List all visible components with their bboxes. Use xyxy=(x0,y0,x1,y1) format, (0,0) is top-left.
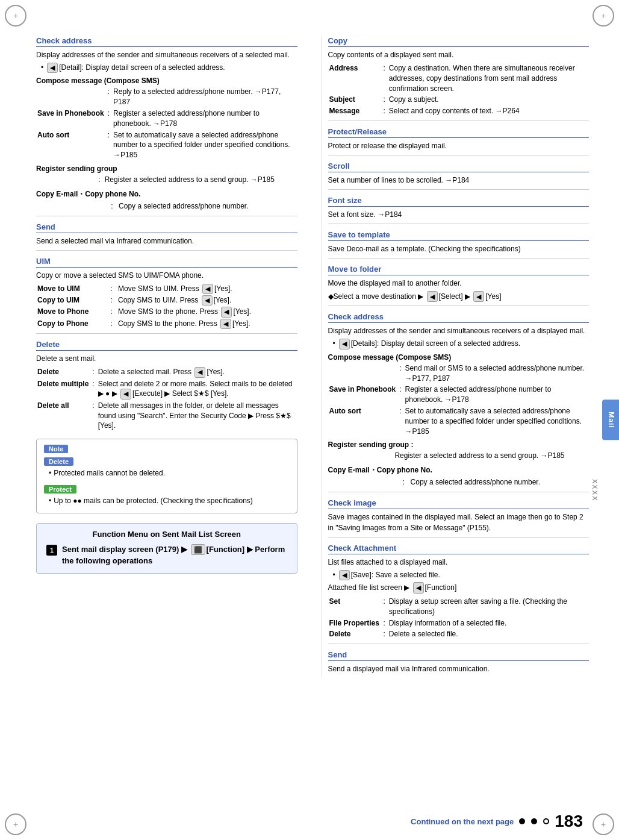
left-column: Check address Display addresses of the s… xyxy=(36,36,310,677)
table-row: Auto sort : Set to automatically save a … xyxy=(328,406,589,437)
section-body-send-left: Send a selected mail via Infrared commun… xyxy=(36,236,297,246)
table-row: Set : Display a setup screen after savin… xyxy=(328,596,589,618)
function-menu-step: 1 Sent mail display screen (P179) ▶ ⬛[Fu… xyxy=(46,544,287,567)
section-body-save-to-template: Save Deco-mail as a template. (Checking … xyxy=(328,243,589,254)
dot1 xyxy=(519,818,525,824)
value-cell: Copy a selected address/phone number. xyxy=(409,477,589,488)
section-title-copy: Copy xyxy=(328,36,589,47)
bullet-check-address-right: • ◀[Details]: Display detail screen of a… xyxy=(333,339,589,349)
subheading-compose-sms-right: Compose message (Compose SMS) xyxy=(328,353,589,362)
label-cell: Delete all xyxy=(36,400,91,431)
value-cell: Copy a subject. xyxy=(388,94,589,105)
section-check-image: Check image Save images contained in the… xyxy=(328,498,589,533)
subheading-register-left: Register sending group xyxy=(36,165,297,173)
section-body-check-address-right: Display addresses of the sender and simu… xyxy=(328,325,589,336)
table-row: Delete multiple : Select and delete 2 or… xyxy=(36,378,297,400)
dot3 xyxy=(543,818,549,824)
section-title-protect-release: Protect/Release xyxy=(328,127,589,138)
step-text: Sent mail display screen (P179) ▶ ⬛[Func… xyxy=(62,544,287,567)
section-delete-left: Delete Delete a sent mail. Delete : Dele… xyxy=(36,340,297,431)
bullet-text: ◀[Detail]: Display detail screen of a se… xyxy=(46,63,225,73)
colon-cell: : xyxy=(97,174,104,186)
function-menu-box: Function Menu on Sent Mail List Screen 1… xyxy=(36,523,297,574)
value-cell: Copy SMS to the phone. Press ◀[Yes]. xyxy=(117,318,297,330)
register-table-right: Register a selected address to a send gr… xyxy=(328,450,589,462)
table-row: : Copy a selected address/phone number. xyxy=(36,201,297,212)
value-cell: Set to automatically save a selected add… xyxy=(112,130,297,161)
section-title-save-to-template: Save to template xyxy=(328,230,589,241)
section-body-move-to-folder: Move the displayed mail to another folde… xyxy=(328,278,589,289)
bottom-bar: Continued on the next page 183 xyxy=(30,812,583,831)
colon-cell: : xyxy=(107,86,112,108)
bullet-dot: • xyxy=(333,339,335,349)
value-cell: Send mail or SMS to a selected address/p… xyxy=(404,363,589,384)
section-body-protect-release: Protect or release the displayed mail. xyxy=(328,140,589,151)
value-cell: Reply to a selected address/phone number… xyxy=(112,86,297,108)
label-cell: Copy to UIM xyxy=(36,295,110,306)
value-cell: Move SMS to UIM. Press ◀[Yes]. xyxy=(117,283,297,295)
register-table-left: : Register a selected address to a send … xyxy=(36,174,297,186)
section-body-font-size: Set a font size. →P184 xyxy=(328,209,589,220)
label-cell xyxy=(328,363,399,384)
colon-cell xyxy=(390,450,394,462)
table-row: Delete all : Delete all messages in the … xyxy=(36,400,297,431)
section-save-to-template: Save to template Save Deco-mail as a tem… xyxy=(328,230,589,254)
copy-email-table-right: : Copy a selected address/phone number. xyxy=(328,477,589,488)
table-row: Move to UIM : Move SMS to UIM. Press ◀[Y… xyxy=(36,283,297,295)
copy-table: Address : Copy a destination. When there… xyxy=(328,63,589,117)
section-body-check-address: Display addresses of the sender and simu… xyxy=(36,49,297,60)
colon-cell: : xyxy=(398,363,403,384)
section-title-scroll: Scroll xyxy=(328,161,589,172)
colon-cell: : xyxy=(382,618,388,629)
section-check-address-right: Check address Display addresses of the s… xyxy=(328,312,589,488)
table-row: Delete : Delete a selected mail. Press ◀… xyxy=(36,366,297,378)
colon-cell: : xyxy=(107,108,112,130)
protect-badge: Protect xyxy=(44,485,76,494)
colon-cell: : xyxy=(110,318,117,330)
colon-cell: : xyxy=(402,477,409,488)
bullet-text: Up to ●● mails can be protected. (Checki… xyxy=(54,496,253,506)
corner-tr xyxy=(593,5,614,27)
copy-email-table-left: : Copy a selected address/phone number. xyxy=(36,201,297,212)
colon-cell: : xyxy=(398,406,403,437)
value-cell: Select and copy contents of text. →P264 xyxy=(388,105,589,117)
bullet-dot: • xyxy=(49,468,51,478)
colon-cell: : xyxy=(110,201,117,212)
right-column: Copy Copy contents of a displayed sent m… xyxy=(322,36,589,677)
section-uim: UIM Copy or move a selected SMS to UIM/F… xyxy=(36,257,297,330)
subheading-register-right: Register sending group : xyxy=(328,440,589,449)
section-protect-release: Protect/Release Protect or release the d… xyxy=(328,127,589,151)
table-row: Register a selected address to a send gr… xyxy=(328,450,589,462)
section-body-check-image: Save images contained in the displayed m… xyxy=(328,512,589,533)
colon-cell: : xyxy=(382,105,388,117)
label-cell: File Properties xyxy=(328,618,382,629)
subheading-copy-email-right: Copy E-mail・Copy phone No. xyxy=(328,465,589,475)
table-row: Address : Copy a destination. When there… xyxy=(328,63,589,94)
colon-cell: : xyxy=(382,596,388,618)
bullet-text: ◀[Save]: Save a selected file. xyxy=(338,570,440,580)
table-row: : Copy a selected address/phone number. xyxy=(328,477,589,488)
section-body-uim: Copy or move a selected SMS to UIM/FOMA … xyxy=(36,270,297,281)
value-cell: Select and delete 2 or more mails. Selec… xyxy=(97,378,297,400)
attachment-table: Set : Display a setup screen after savin… xyxy=(328,596,589,640)
delete-badge: Delete xyxy=(44,457,73,466)
value-cell: Register a selected address/phone number… xyxy=(404,384,589,406)
label-cell: Delete multiple xyxy=(36,378,91,400)
bullet-dot: • xyxy=(49,496,51,506)
section-title-send-left: Send xyxy=(36,222,297,233)
value-cell: Delete a selected mail. Press ◀[Yes]. xyxy=(97,366,297,378)
subheading-compose-sms-left: Compose message (Compose SMS) xyxy=(36,77,297,85)
step-number: 1 xyxy=(46,545,57,556)
value-cell: Delete a selected file. xyxy=(388,628,589,640)
bullet-dot: • xyxy=(333,570,335,580)
colon-cell: : xyxy=(398,384,403,406)
colon-cell: : xyxy=(110,306,117,318)
section-send-left: Send Send a selected mail via Infrared c… xyxy=(36,222,297,246)
colon-cell: : xyxy=(91,378,96,400)
label-cell: Auto sort xyxy=(36,130,107,161)
main-content: Check address Display addresses of the s… xyxy=(0,0,619,725)
side-tab: Mail xyxy=(602,400,619,440)
table-row: Save in Phonebook : Register a selected … xyxy=(36,108,297,130)
label-cell xyxy=(36,86,107,108)
colon-cell: : xyxy=(91,400,96,431)
